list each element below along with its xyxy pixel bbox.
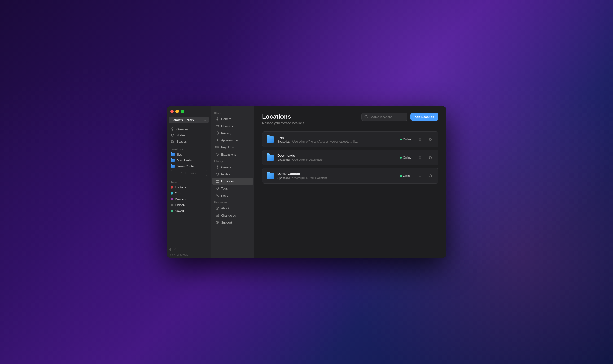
folder-icon — [171, 153, 174, 156]
library-section-label: Library — [211, 158, 254, 164]
resources-section-label: Resources — [211, 199, 254, 205]
settings-item-locations[interactable]: Locations — [212, 178, 253, 185]
app-window: Jamie's Library ⌄ Overview — [167, 106, 446, 258]
refresh-downloads-button[interactable] — [427, 154, 434, 161]
locations-section-label: Locations — [169, 145, 209, 152]
tag-footage[interactable]: Footage — [169, 184, 209, 190]
settings-item-about[interactable]: About — [212, 205, 253, 212]
tag-footage-label: Footage — [175, 185, 186, 189]
maximize-button[interactable] — [181, 110, 184, 113]
location-info-files: files Spacedad /Users/jamie/Projects/spa… — [277, 135, 397, 143]
minimize-button[interactable] — [175, 110, 179, 113]
settings-item-keys[interactable]: Keys — [212, 192, 253, 199]
close-button[interactable] — [170, 110, 173, 113]
appearance-icon: ✦ — [215, 138, 219, 142]
projects-dot — [171, 198, 173, 200]
location-files-label: files — [176, 153, 182, 156]
tags-nav-icon — [215, 186, 219, 190]
svg-rect-5 — [173, 142, 174, 143]
sidebar-left: Jamie's Library ⌄ Overview — [167, 106, 211, 258]
sidebar-item-nodes[interactable]: Nodes — [169, 132, 209, 138]
support-icon — [215, 221, 219, 224]
sidebar-location-demo[interactable]: Demo Content — [169, 163, 209, 169]
sidebar-item-spaces[interactable]: Spaces — [169, 138, 209, 144]
settings-item-changelog[interactable]: Changelog — [212, 212, 253, 219]
settings-item-tags[interactable]: Tags — [212, 185, 253, 192]
page-title-area: Locations Manage your storage locations. — [262, 113, 305, 125]
changelog-icon — [215, 213, 219, 217]
sidebar-location-downloads[interactable]: Downloads — [169, 157, 209, 163]
keybinds-icon: ⌨ — [215, 145, 219, 149]
library-selector[interactable]: Jamie's Library ⌄ — [169, 117, 209, 123]
status-dot-files — [400, 139, 402, 140]
tag-obs[interactable]: OBS — [169, 190, 209, 196]
add-location-button[interactable]: Add Location — [410, 113, 439, 120]
delete-demo-button[interactable] — [416, 172, 424, 179]
settings-icon[interactable]: ⚙ — [169, 247, 172, 251]
location-name-demo: Demo Content — [277, 172, 397, 176]
tag-projects[interactable]: Projects — [169, 196, 209, 202]
privacy-label: Privacy — [221, 131, 231, 135]
extensions-icon — [215, 153, 219, 156]
obs-dot — [171, 192, 173, 195]
status-badge-files: Online — [400, 138, 411, 141]
settings-item-appearance[interactable]: ✦ Appearance — [212, 137, 253, 144]
traffic-lights — [170, 110, 184, 113]
tag-saved[interactable]: Saved — [169, 208, 209, 214]
location-info-downloads: Downloads Spacedad /Users/jamie/Download… — [277, 154, 397, 161]
settings-panel: Client General Libraries — [211, 106, 254, 258]
settings-item-privacy[interactable]: Privacy — [212, 130, 253, 137]
search-box[interactable] — [361, 113, 408, 121]
settings-item-support[interactable]: Support — [212, 219, 253, 226]
nodes-label: Nodes — [176, 133, 186, 137]
settings-item-libraries[interactable]: Libraries — [212, 122, 253, 130]
tags-nav-label: Tags — [221, 187, 227, 190]
keys-label: Keys — [221, 194, 228, 197]
search-input[interactable] — [370, 115, 404, 119]
settings-item-extensions[interactable]: Extensions — [212, 151, 253, 158]
refresh-demo-button[interactable] — [427, 172, 434, 179]
tags-section-label: Tags — [169, 178, 209, 184]
support-label: Support — [221, 221, 232, 224]
keybinds-label: Keybinds — [221, 146, 234, 149]
settings-item-lib-general[interactable]: General — [212, 164, 253, 171]
settings-item-keybinds[interactable]: ⌨ Keybinds — [212, 144, 253, 151]
extensions-label: Extensions — [221, 153, 236, 156]
svg-rect-9 — [216, 181, 219, 182]
delete-downloads-button[interactable] — [416, 154, 424, 161]
refresh-files-button[interactable] — [427, 136, 434, 143]
location-storage-demo: Spacedad — [277, 176, 290, 180]
status-text-downloads: Online — [403, 156, 411, 159]
tag-hidden[interactable]: Hidden — [169, 202, 209, 208]
tag-hidden-label: Hidden — [175, 203, 185, 207]
add-location-sidebar-button[interactable]: Add Location — [171, 170, 207, 176]
changelog-label: Changelog — [221, 214, 236, 217]
check-icon[interactable]: ✓ — [174, 247, 177, 251]
folder-icon-downloads — [267, 155, 274, 161]
settings-item-general[interactable]: General — [212, 115, 253, 122]
footage-dot — [171, 186, 173, 189]
status-dot-demo — [400, 175, 402, 177]
gear-icon — [215, 117, 219, 121]
location-list: files Spacedad /Users/jamie/Projects/spa… — [262, 131, 439, 184]
tag-saved-label: Saved — [175, 209, 184, 213]
sidebar-bottom: ⚙ ✓ — [167, 246, 211, 253]
delete-files-button[interactable] — [416, 136, 424, 143]
sidebar-item-overview[interactable]: Overview — [169, 126, 209, 132]
location-path-demo: Spacedad /Users/jamie/Demo Content — [277, 176, 397, 180]
location-info-demo: Demo Content Spacedad /Users/jamie/Demo … — [277, 172, 397, 180]
locations-nav-icon — [215, 179, 219, 183]
settings-item-lib-nodes[interactable]: Nodes — [212, 171, 253, 178]
search-icon — [364, 115, 368, 119]
nav-section: Overview Nodes — [167, 126, 211, 144]
location-path-text-demo: /Users/jamie/Demo Content — [292, 176, 327, 180]
location-storage-downloads: Spacedad — [277, 158, 290, 161]
sidebar-location-files[interactable]: files — [169, 152, 209, 157]
header-actions: Add Location — [361, 113, 439, 121]
chevron-down-icon: ⌄ — [204, 118, 206, 121]
folder-icon — [171, 159, 174, 162]
add-location-label: Add Location — [414, 115, 434, 119]
location-path-files: Spacedad /Users/jamie/Projects/spacedriv… — [277, 140, 397, 143]
location-storage-files: Spacedad — [277, 140, 290, 143]
lib-nodes-label: Nodes — [221, 172, 230, 176]
